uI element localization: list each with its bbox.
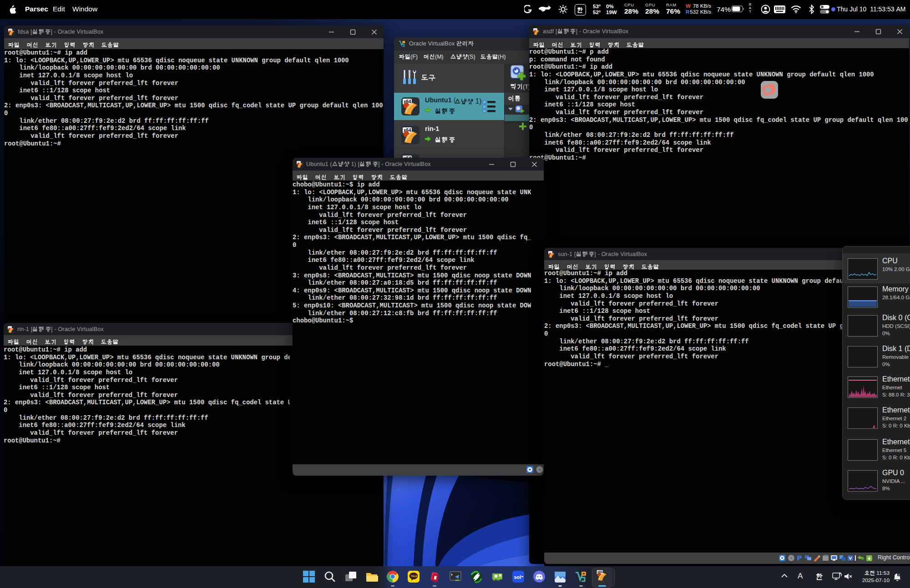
- svg-text:z: z: [898, 573, 900, 576]
- svg-text:TALK: TALK: [411, 575, 417, 578]
- svg-text:sol: sol: [514, 574, 521, 580]
